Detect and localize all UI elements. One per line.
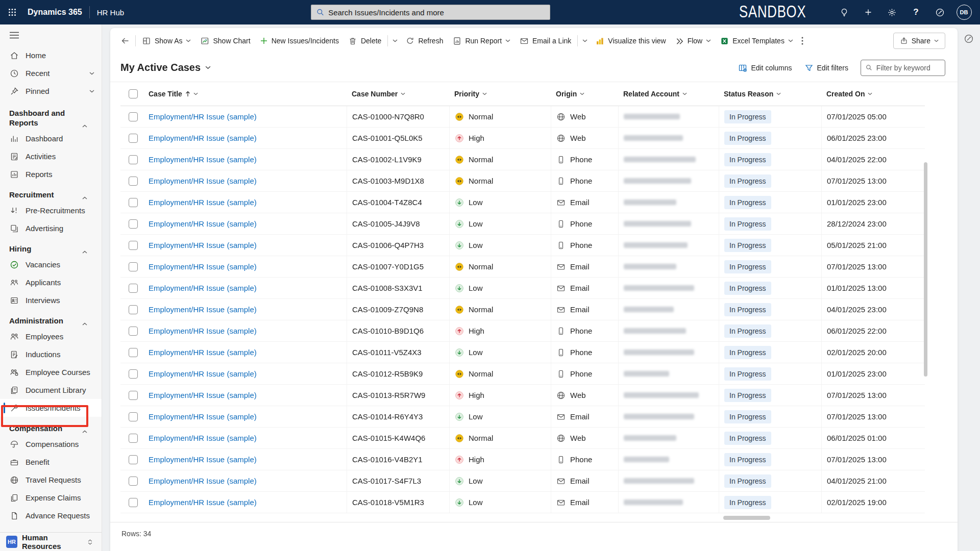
row-checkbox[interactable] — [129, 177, 138, 186]
sidebar-group-dashboard-and-reports[interactable]: Dashboard and Reports — [0, 100, 102, 130]
case-title-link[interactable]: Employment/HR Issue (sample) — [149, 412, 257, 421]
case-title-link[interactable]: Employment/HR Issue (sample) — [149, 327, 257, 335]
run-report-button[interactable]: Run Report — [448, 32, 515, 49]
sidebar-item-compensations[interactable]: Compensations — [0, 435, 102, 453]
table-row[interactable]: Employment/HR Issue (sample) CAS-01004-T… — [120, 192, 925, 213]
table-row[interactable]: Employment/HR Issue (sample) CAS-01008-S… — [120, 278, 925, 299]
brand-title[interactable]: Dynamics 365 — [28, 8, 82, 17]
edit-columns-button[interactable]: Edit columns — [738, 63, 792, 72]
quick-create-button[interactable] — [856, 0, 880, 24]
case-title-link[interactable]: Employment/HR Issue (sample) — [149, 498, 257, 507]
column-header-created-on[interactable]: Created On — [821, 82, 925, 106]
column-header-case-number[interactable]: Case Number — [347, 82, 449, 106]
sidebar-item-interviews[interactable]: Interviews — [0, 291, 102, 309]
table-row[interactable]: Employment/HR Issue (sample) CAS-01014-R… — [120, 406, 925, 428]
delete-button[interactable]: Delete — [344, 32, 386, 49]
sidebar-item-inductions[interactable]: Inductions — [0, 345, 102, 363]
sidebar-item-dashboard[interactable]: Dashboard — [0, 130, 102, 147]
case-title-link[interactable]: Employment/HR Issue (sample) — [149, 177, 257, 185]
case-title-link[interactable]: Employment/HR Issue (sample) — [149, 155, 257, 164]
sidebar-item-recent[interactable]: Recent — [0, 64, 102, 82]
column-header-status-reason[interactable]: Status Reason — [719, 82, 821, 106]
column-header-case-title[interactable]: Case Title — [149, 82, 347, 106]
row-checkbox[interactable] — [129, 455, 138, 464]
case-title-link[interactable]: Employment/HR Issue (sample) — [149, 262, 257, 271]
sidebar-group-hiring[interactable]: Hiring — [0, 237, 102, 256]
case-title-link[interactable]: Employment/HR Issue (sample) — [149, 219, 257, 228]
refresh-button[interactable]: Refresh — [401, 32, 448, 49]
copilot-button[interactable] — [962, 32, 976, 46]
sidebar-item-pre-recruitments[interactable]: Pre-Recruitments — [0, 202, 102, 219]
case-title-link[interactable]: Employment/HR Issue (sample) — [149, 455, 257, 464]
more-commands-button[interactable] — [798, 32, 807, 49]
row-checkbox[interactable] — [129, 327, 138, 336]
case-title-link[interactable]: Employment/HR Issue (sample) — [149, 434, 257, 442]
row-checkbox[interactable] — [129, 284, 138, 293]
email-dropdown-chevron[interactable] — [579, 32, 591, 49]
row-checkbox[interactable] — [129, 198, 138, 207]
case-title-link[interactable]: Employment/HR Issue (sample) — [149, 369, 257, 378]
account-menu[interactable]: DB — [952, 0, 976, 24]
row-checkbox[interactable] — [129, 348, 138, 357]
table-row[interactable]: Employment/HR Issue (sample) CAS-01016-V… — [120, 449, 925, 470]
case-title-link[interactable]: Employment/HR Issue (sample) — [149, 112, 257, 121]
row-checkbox[interactable] — [129, 219, 138, 229]
table-row[interactable]: Employment/HR Issue (sample) CAS-01010-B… — [120, 320, 925, 342]
row-checkbox[interactable] — [129, 262, 138, 271]
sidebar-item-activities[interactable]: Activities — [0, 147, 102, 165]
row-checkbox[interactable] — [129, 305, 138, 314]
show-as-button[interactable]: Show As — [137, 32, 195, 49]
row-checkbox[interactable] — [129, 155, 138, 164]
column-header-priority[interactable]: Priority — [449, 82, 551, 106]
select-all-checkbox[interactable] — [129, 89, 138, 98]
sidebar-item-expense-claims[interactable]: Expense Claims — [0, 489, 102, 507]
table-row[interactable]: Employment/HR Issue (sample) CAS-01007-Y… — [120, 256, 925, 278]
case-title-link[interactable]: Employment/HR Issue (sample) — [149, 198, 257, 207]
feedback-button[interactable] — [928, 0, 952, 24]
table-row[interactable]: Employment/HR Issue (sample) CAS-01006-Q… — [120, 235, 925, 256]
table-row[interactable]: Employment/HR Issue (sample) CAS-01013-R… — [120, 385, 925, 406]
column-header-related-account[interactable]: Related Account — [618, 82, 719, 106]
app-launcher-waffle-icon[interactable] — [0, 0, 24, 24]
row-checkbox[interactable] — [129, 369, 138, 379]
sidebar-group-compensation[interactable]: Compensation — [0, 417, 102, 435]
sidebar-item-home[interactable]: Home — [0, 46, 102, 64]
vertical-scrollbar[interactable] — [924, 162, 927, 377]
row-checkbox[interactable] — [129, 134, 138, 143]
case-title-link[interactable]: Employment/HR Issue (sample) — [149, 134, 257, 142]
share-button[interactable]: Share — [893, 33, 945, 49]
app-name[interactable]: HR Hub — [97, 8, 124, 17]
new-issues-incidents-button[interactable]: New Issues/Incidents — [255, 32, 344, 49]
sidebar-item-vacancies[interactable]: Vacancies — [0, 256, 102, 273]
case-title-link[interactable]: Employment/HR Issue (sample) — [149, 241, 257, 249]
sidebar-item-employees[interactable]: Employees — [0, 328, 102, 345]
horizontal-scrollbar[interactable] — [723, 516, 770, 520]
row-checkbox[interactable] — [129, 112, 138, 121]
avatar[interactable]: DB — [957, 5, 972, 20]
select-all-checkbox-cell[interactable] — [120, 82, 149, 106]
row-checkbox[interactable] — [129, 498, 138, 507]
row-checkbox[interactable] — [129, 434, 138, 443]
table-row[interactable]: Employment/HR Issue (sample) CAS-01009-Z… — [120, 299, 925, 320]
sidebar-item-reports[interactable]: Reports — [0, 165, 102, 183]
sidebar-group-recruitment[interactable]: Recruitment — [0, 183, 102, 202]
table-row[interactable]: Employment/HR Issue (sample) CAS-01012-R… — [120, 363, 925, 385]
excel-templates-button[interactable]: Excel Templates — [716, 32, 798, 49]
table-row[interactable]: Employment/HR Issue (sample) CAS-01018-V… — [120, 492, 925, 513]
sidebar-item-benefit[interactable]: Benefit — [0, 453, 102, 471]
table-row[interactable]: Employment/HR Issue (sample) CAS-01011-V… — [120, 342, 925, 363]
area-switcher[interactable]: HR Human Resources — [0, 532, 102, 551]
table-row[interactable]: Employment/HR Issue (sample) CAS-01017-S… — [120, 470, 925, 492]
sidebar-item-pinned[interactable]: Pinned — [0, 82, 102, 100]
sidebar-item-document-library[interactable]: Document Library — [0, 381, 102, 399]
row-checkbox[interactable] — [129, 391, 138, 400]
sidebar-item-advance-requests[interactable]: Advance Requests — [0, 507, 102, 524]
column-header-origin[interactable]: Origin — [551, 82, 618, 106]
row-checkbox[interactable] — [129, 241, 138, 250]
filter-by-keyword-box[interactable] — [861, 60, 945, 76]
collapse-sitemap-button[interactable] — [0, 24, 102, 46]
edit-filters-button[interactable]: Edit filters — [804, 63, 848, 72]
back-button[interactable] — [116, 32, 134, 49]
global-search-box[interactable] — [311, 5, 550, 20]
delete-dropdown-chevron[interactable] — [389, 32, 401, 49]
